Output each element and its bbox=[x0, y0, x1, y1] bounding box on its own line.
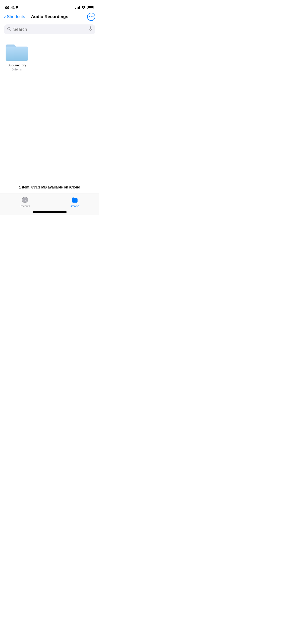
more-button[interactable] bbox=[87, 13, 95, 21]
recents-icon bbox=[21, 196, 29, 203]
back-label: Shortcuts bbox=[7, 14, 25, 19]
back-button[interactable]: ‹ Shortcuts bbox=[4, 14, 25, 19]
folder-icon bbox=[5, 41, 29, 62]
browse-icon bbox=[71, 196, 78, 203]
status-bar: 09:41 bbox=[0, 0, 99, 11]
recents-label: Recents bbox=[20, 204, 30, 208]
tab-browse[interactable]: Browse bbox=[50, 196, 99, 208]
folder-name: Subdirectory bbox=[8, 63, 26, 67]
nav-bar: ‹ Shortcuts Audio Recordings bbox=[0, 11, 99, 22]
search-bar[interactable] bbox=[4, 24, 95, 34]
svg-rect-6 bbox=[90, 26, 91, 29]
folder-count: 5 items bbox=[12, 68, 22, 71]
search-icon bbox=[7, 27, 11, 32]
location-icon bbox=[16, 6, 18, 9]
status-time: 09:41 bbox=[5, 5, 18, 10]
back-chevron-icon: ‹ bbox=[4, 14, 6, 19]
svg-line-5 bbox=[10, 30, 11, 31]
status-icons bbox=[75, 6, 94, 9]
browse-label: Browse bbox=[70, 204, 79, 208]
microphone-icon[interactable] bbox=[89, 26, 92, 32]
battery-icon bbox=[87, 6, 94, 9]
home-indicator bbox=[33, 211, 67, 213]
bottom-status: 1 item, 833.1 MB available on iCloud bbox=[0, 185, 99, 189]
tab-recents[interactable]: Recents bbox=[0, 196, 50, 208]
wifi-icon bbox=[82, 6, 86, 9]
svg-point-0 bbox=[17, 7, 17, 7]
search-input[interactable] bbox=[13, 27, 87, 32]
svg-point-1 bbox=[89, 16, 90, 17]
svg-point-2 bbox=[91, 16, 92, 17]
folder-item[interactable]: Subdirectory 5 items bbox=[4, 41, 30, 71]
search-container bbox=[0, 22, 99, 37]
content-area: Subdirectory 5 items bbox=[0, 37, 99, 75]
ellipsis-icon bbox=[89, 16, 93, 17]
nav-title: Audio Recordings bbox=[31, 14, 68, 19]
svg-point-3 bbox=[92, 16, 93, 17]
signal-icon bbox=[75, 6, 80, 9]
